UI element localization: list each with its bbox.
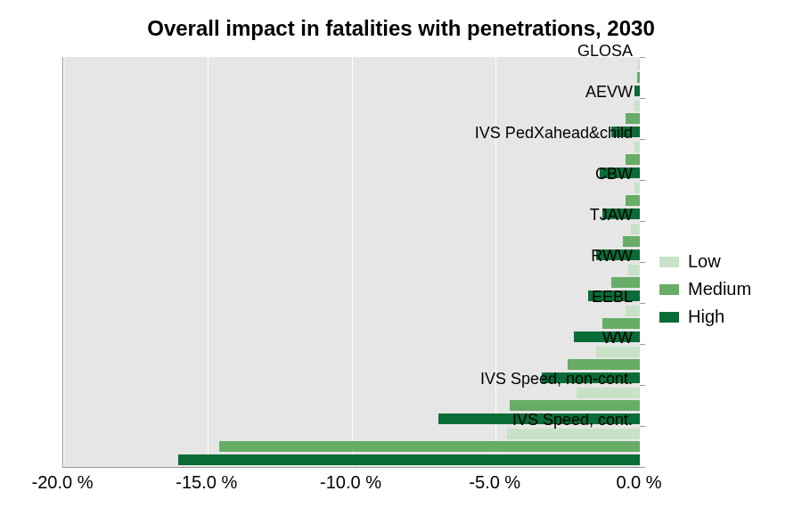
y-axis-tick — [640, 344, 645, 345]
legend-swatch-low — [659, 257, 679, 267]
legend-item-low: Low — [659, 251, 751, 272]
category-group: TJAW — [63, 221, 640, 262]
bar-medium — [219, 441, 640, 452]
bar-medium — [623, 236, 640, 247]
bar-medium — [602, 318, 640, 329]
x-axis-tick-label: -20.0 % — [32, 472, 94, 493]
y-axis-tick — [640, 139, 645, 140]
category-label: IVS PedXahead&child — [475, 124, 633, 143]
legend-item-medium: Medium — [659, 279, 751, 299]
bar-low — [596, 347, 640, 357]
x-axis-tick-label: -10.0 % — [320, 472, 381, 493]
bar-low — [634, 142, 640, 152]
y-axis-tick — [640, 262, 645, 263]
y-axis-tick — [640, 180, 645, 181]
bar-low — [507, 429, 640, 439]
y-axis-tick — [640, 98, 645, 99]
y-axis-tick — [640, 385, 645, 386]
x-axis-tick-label: -15.0 % — [176, 472, 237, 493]
bar-low — [626, 306, 640, 316]
bar-medium — [568, 359, 640, 370]
legend-label: Medium — [688, 279, 751, 299]
category-group: IVS Speed, cont. — [63, 426, 640, 467]
bar-medium — [510, 400, 640, 411]
legend: Low Medium High — [659, 244, 751, 334]
y-axis-tick — [640, 221, 645, 222]
category-group: GLOSA — [63, 57, 640, 98]
legend-label: Low — [688, 251, 721, 272]
bar-medium — [611, 277, 640, 288]
y-axis-ticks — [640, 57, 645, 467]
bar-high — [178, 454, 640, 465]
y-axis-tick — [640, 467, 645, 468]
bar-low — [634, 101, 640, 111]
bar-low — [631, 224, 640, 234]
y-axis-tick — [640, 303, 645, 304]
bar-medium — [637, 72, 640, 83]
x-axis-tick-label: -5.0 % — [469, 472, 520, 493]
category-group: IVS PedXahead&child — [63, 139, 640, 180]
category-label: CBW — [595, 165, 633, 184]
bar-medium — [626, 113, 640, 124]
legend-item-high: High — [659, 307, 751, 327]
category-group: RWW — [63, 262, 640, 303]
category-label: AEVW — [585, 83, 633, 102]
category-group: CBW — [63, 180, 640, 221]
category-label: EEBL — [592, 288, 633, 307]
bar-high — [634, 86, 640, 96]
plot-area: GLOSAAEVWIVS PedXahead&childCBWTJAWRWWEE… — [62, 57, 640, 468]
legend-swatch-high — [659, 312, 679, 323]
y-axis-tick — [640, 426, 645, 427]
y-axis-tick — [640, 57, 645, 58]
category-label: GLOSA — [577, 42, 633, 61]
bar-low — [638, 60, 640, 70]
category-label: TJAW — [590, 206, 633, 225]
bar-medium — [626, 154, 640, 165]
category-label: WW — [602, 329, 633, 348]
bar-medium — [626, 195, 640, 206]
category-label: IVS Speed, cont. — [512, 411, 633, 430]
legend-label: High — [688, 307, 724, 327]
bar-low — [577, 388, 640, 398]
category-label: RWW — [591, 247, 633, 266]
category-group: EEBL — [63, 303, 640, 344]
bar-low — [634, 183, 640, 193]
chart: GLOSAAEVWIVS PedXahead&childCBWTJAWRWWEE… — [0, 48, 802, 529]
legend-swatch-medium — [659, 284, 679, 295]
bar-low — [628, 265, 640, 275]
chart-title: Overall impact in fatalities with penetr… — [0, 0, 802, 48]
x-axis-tick-label: 0.0 % — [616, 472, 661, 493]
category-label: IVS Speed, non-cont. — [480, 370, 633, 389]
